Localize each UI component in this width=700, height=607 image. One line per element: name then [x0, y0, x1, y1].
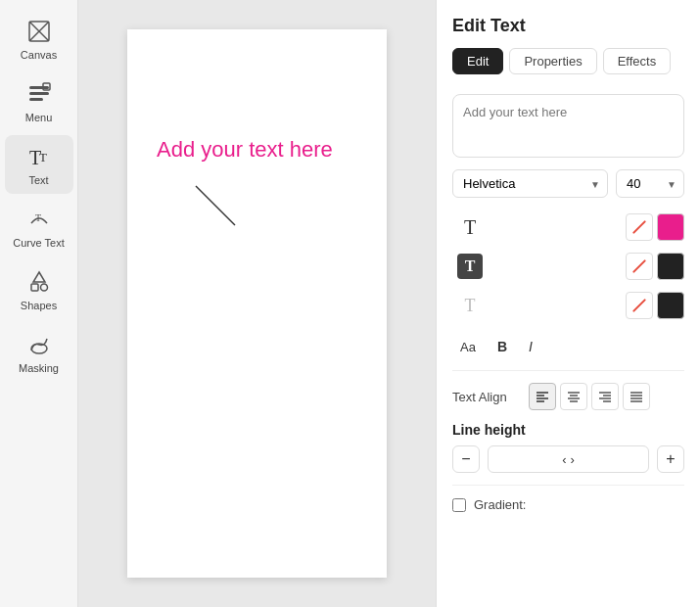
text-style-bold-icon: T: [452, 254, 488, 279]
text-style-normal-icon: T: [452, 216, 488, 239]
style-row-light: T: [452, 288, 684, 323]
sidebar-item-masking[interactable]: Masking: [5, 323, 73, 382]
fill-color-black-bold[interactable]: [657, 253, 684, 280]
format-italic-button[interactable]: I: [521, 335, 540, 358]
stroke-line-light-icon: [632, 299, 646, 312]
font-select-wrapper: Helvetica Arial Times New Roman ▼: [452, 169, 608, 198]
align-right-button[interactable]: [591, 383, 619, 410]
panel-body: Helvetica Arial Times New Roman ▼ 40 12 …: [437, 84, 700, 522]
sidebar-item-curve-text-label: Curve Text: [13, 237, 64, 249]
line-height-section: Line height − ‹ › +: [452, 422, 684, 473]
lh-chevron-right: ›: [571, 452, 575, 467]
divider-1: [452, 370, 684, 371]
svg-point-12: [40, 284, 47, 291]
font-select[interactable]: Helvetica Arial Times New Roman: [452, 169, 608, 198]
panel-title: Edit Text: [452, 16, 684, 36]
canvas-page[interactable]: Add your text here: [127, 29, 387, 578]
gradient-row: Gradient:: [452, 497, 684, 512]
svg-rect-5: [29, 98, 43, 101]
curve-text-icon: T: [25, 206, 53, 233]
style-light-colors: [626, 292, 684, 319]
line-height-value: ‹ ›: [488, 445, 649, 473]
svg-text:T: T: [35, 212, 41, 223]
menu-icon: [25, 80, 53, 108]
format-row: Aa B I: [452, 335, 684, 358]
gradient-checkbox[interactable]: [452, 498, 466, 512]
line-height-decrease[interactable]: −: [452, 445, 480, 473]
stroke-line-bold-icon: [632, 259, 646, 273]
text-align-label: Text Align: [452, 390, 521, 404]
svg-rect-11: [31, 284, 38, 291]
align-justify-button[interactable]: [623, 383, 650, 410]
style-normal-colors: [626, 213, 684, 241]
canvas-area: Add your text here: [78, 0, 436, 607]
tab-edit[interactable]: Edit: [452, 48, 503, 74]
format-bold-button[interactable]: B: [490, 335, 515, 358]
sidebar: Canvas Menu T T Text T Cur: [0, 0, 78, 607]
stroke-color-normal[interactable]: [626, 213, 653, 241]
text-style-light-icon: T: [452, 296, 488, 316]
line-height-label: Line height: [452, 422, 684, 438]
align-buttons: [529, 383, 650, 410]
svg-marker-10: [33, 272, 45, 282]
sidebar-item-menu-label: Menu: [25, 112, 53, 123]
align-center-button[interactable]: [560, 383, 587, 410]
font-size-row: Helvetica Arial Times New Roman ▼ 40 12 …: [452, 169, 684, 198]
svg-rect-4: [29, 92, 49, 95]
sidebar-item-masking-label: Masking: [19, 362, 59, 374]
stroke-color-bold[interactable]: [626, 253, 653, 280]
font-size-select[interactable]: 40 12 14 16 18 24 32 48 64: [616, 169, 684, 198]
style-row-normal: T: [452, 210, 684, 245]
line-height-controls: − ‹ › +: [452, 445, 684, 473]
fill-color-magenta[interactable]: [657, 213, 684, 241]
format-aa-button[interactable]: Aa: [452, 336, 484, 358]
sidebar-item-shapes[interactable]: Shapes: [5, 260, 73, 319]
text-input[interactable]: [452, 94, 684, 158]
canvas-icon: [25, 18, 53, 45]
sidebar-item-shapes-label: Shapes: [21, 300, 57, 311]
panel-header: Edit Text Edit Properties Effects: [437, 0, 700, 84]
style-row-bold: T: [452, 249, 684, 284]
sidebar-item-menu[interactable]: Menu: [5, 72, 73, 131]
sidebar-item-curve-text[interactable]: T Curve Text: [5, 198, 73, 257]
svg-text:T: T: [39, 150, 47, 164]
size-select-wrapper: 40 12 14 16 18 24 32 48 64 ▼: [616, 169, 684, 198]
style-rows: T T: [452, 210, 684, 323]
tab-row: Edit Properties Effects: [452, 48, 684, 74]
fill-color-black-light[interactable]: [657, 292, 684, 319]
canvas-arrow: [186, 176, 245, 239]
stroke-color-light[interactable]: [626, 292, 653, 319]
lh-chevron-left: ‹: [562, 452, 566, 467]
sidebar-item-canvas-label: Canvas: [21, 49, 57, 61]
text-align-row: Text Align: [452, 383, 684, 410]
sidebar-item-text[interactable]: T T Text: [5, 135, 73, 194]
masking-icon: [25, 331, 53, 358]
style-bold-colors: [626, 253, 684, 280]
svg-line-14: [196, 186, 235, 225]
right-panel: Edit Text Edit Properties Effects Helvet…: [436, 0, 700, 607]
line-height-increase[interactable]: +: [657, 445, 684, 473]
align-left-button[interactable]: [529, 383, 556, 410]
divider-2: [452, 485, 684, 486]
stroke-line-icon: [632, 220, 646, 234]
svg-rect-3: [29, 86, 49, 89]
text-icon: T T: [25, 143, 53, 170]
sidebar-item-text-label: Text: [28, 174, 48, 186]
gradient-label: Gradient:: [474, 497, 526, 512]
canvas-placeholder-text[interactable]: Add your text here: [157, 137, 333, 163]
shapes-icon: [25, 268, 53, 296]
tab-properties[interactable]: Properties: [509, 48, 596, 74]
tab-effects[interactable]: Effects: [603, 48, 672, 74]
sidebar-item-canvas[interactable]: Canvas: [5, 10, 73, 69]
